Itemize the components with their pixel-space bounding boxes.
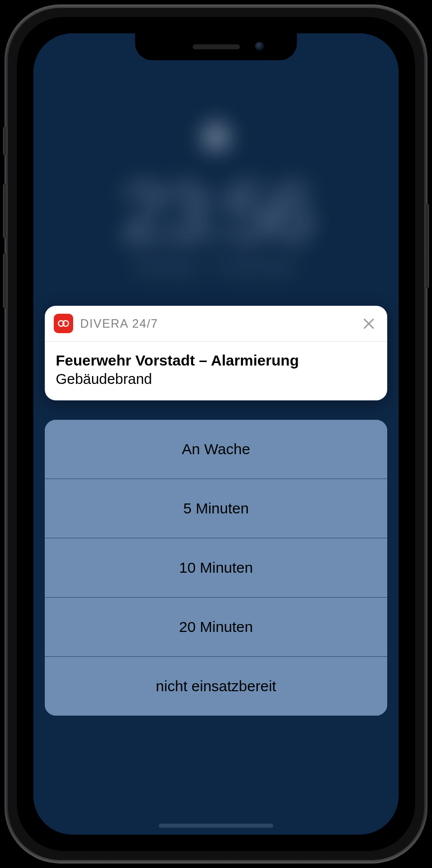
volume-down-button[interactable] [3,253,7,308]
notification-title: Feuerwehr Vorstadt – Alarmierung [56,352,376,370]
mute-switch[interactable] [3,126,7,155]
action-label: 10 Minuten [179,559,253,576]
action-label: An Wache [182,441,250,458]
notification-header: DIVERA 24/7 [45,306,387,341]
action-5-minuten[interactable]: 5 Minuten [45,479,387,538]
app-name: DIVERA 24/7 [80,317,158,331]
notch [135,33,297,60]
phone-frame: 23:56 Montag, 7. Dezember [4,4,428,864]
action-20-minuten[interactable]: 20 Minuten [45,597,387,656]
action-10-minuten[interactable]: 10 Minuten [45,538,387,597]
front-camera [255,42,264,51]
home-indicator[interactable] [159,824,273,828]
notification-subtitle: Gebäudebrand [56,371,376,387]
app-icon [54,314,73,333]
screen: 23:56 Montag, 7. Dezember [33,33,399,835]
action-nicht-einsatzbereit[interactable]: nicht einsatzbereit [45,656,387,716]
action-label: 20 Minuten [179,619,253,635]
notification-actions: An Wache 5 Minuten 10 Minuten 20 Minuten… [45,420,387,716]
close-button[interactable] [361,316,376,331]
action-label: 5 Minuten [183,500,249,517]
volume-up-button[interactable] [3,184,7,239]
action-label: nicht einsatzbereit [156,678,276,695]
power-button[interactable] [425,204,429,288]
notification-card[interactable]: DIVERA 24/7 Feuerwehr Vorstadt – Alarmie… [45,306,387,400]
earpiece-speaker [193,44,240,49]
notification-body: Feuerwehr Vorstadt – Alarmierung Gebäude… [45,342,387,400]
action-an-wache[interactable]: An Wache [45,420,387,479]
